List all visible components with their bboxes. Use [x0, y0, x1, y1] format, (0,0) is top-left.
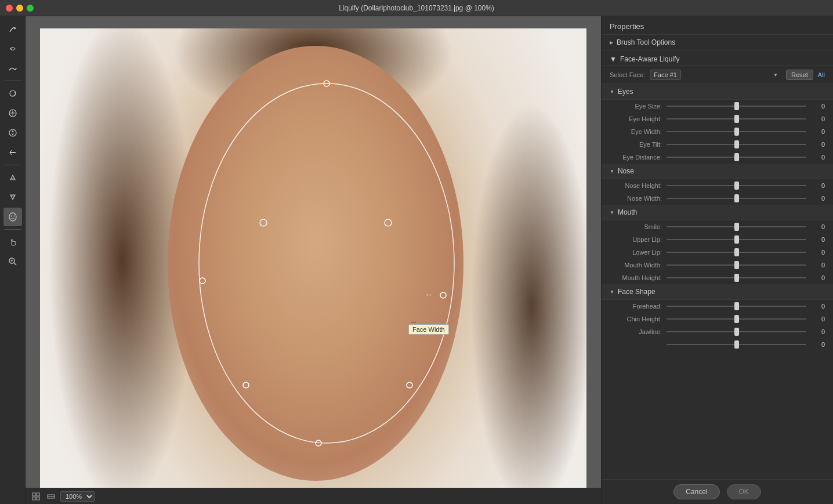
face-shape-title: Face Shape: [618, 288, 655, 296]
canvas-grid-btn[interactable]: [45, 491, 57, 502]
mouth-height-slider[interactable]: [667, 273, 806, 282]
nose-height-thumb[interactable]: [734, 182, 739, 190]
face-width-value: 0: [811, 341, 825, 348]
zoom-select[interactable]: 100%: [60, 491, 95, 502]
nose-triangle: ▼: [610, 169, 614, 174]
eye-size-thumb[interactable]: [734, 102, 739, 110]
push-left-tool[interactable]: [3, 143, 22, 162]
eyes-section-header[interactable]: ▼ Eyes: [602, 84, 833, 100]
brush-tool-label: Brush Tool Options: [617, 38, 675, 46]
eye-height-row: Eye Height: 0: [602, 113, 833, 125]
eye-tilt-slider[interactable]: [667, 140, 806, 149]
chin-height-row: Chin Height: 0: [602, 313, 833, 325]
face-select-dropdown[interactable]: Face #1: [650, 70, 681, 80]
nose-width-value: 0: [811, 195, 825, 202]
eye-size-slider[interactable]: [667, 101, 806, 111]
eye-width-value: 0: [811, 128, 825, 135]
face-width-slider[interactable]: [667, 340, 806, 349]
canvas-image: ↔ ↔ Face Width: [40, 28, 586, 492]
mouth-width-label: Mouth Width:: [610, 262, 662, 269]
nose-width-slider[interactable]: [667, 194, 806, 203]
eye-size-value: 0: [811, 103, 825, 110]
jawline-row: Jawline: 0: [602, 325, 833, 338]
upper-lip-slider[interactable]: [667, 235, 806, 244]
chin-height-thumb[interactable]: [734, 315, 739, 323]
reset-button[interactable]: Reset: [786, 70, 813, 80]
smile-track: [667, 226, 806, 227]
panel-footer: Cancel OK: [602, 479, 833, 504]
nose-height-value: 0: [811, 182, 825, 189]
eye-height-slider[interactable]: [667, 114, 806, 124]
chin-height-slider[interactable]: [667, 314, 806, 324]
eye-width-row: Eye Width: 0: [602, 125, 833, 138]
eye-height-label: Eye Height:: [610, 115, 662, 122]
bloat-tool[interactable]: [3, 124, 22, 142]
hand-tool[interactable]: [3, 233, 22, 251]
zoom-tool[interactable]: [3, 252, 22, 271]
twirl-clockwise-tool[interactable]: [3, 84, 22, 103]
upper-lip-label: Upper Lip:: [610, 236, 662, 243]
reconstruct-tool[interactable]: [3, 39, 22, 58]
nose-title: Nose: [618, 167, 634, 175]
face-width-thumb[interactable]: [734, 340, 739, 349]
title-bar-controls: [6, 5, 34, 12]
window-title: Liquify (Dollarlphotoclub_101073231.jpg …: [339, 4, 494, 12]
jawline-value: 0: [811, 328, 825, 335]
nose-height-slider[interactable]: [667, 181, 806, 190]
forehead-track: [667, 306, 806, 307]
mouth-width-track: [667, 264, 806, 266]
eye-height-thumb[interactable]: [734, 115, 739, 123]
thaw-mask-tool[interactable]: [3, 188, 22, 206]
freeze-mask-tool[interactable]: [3, 168, 22, 187]
lower-lip-slider[interactable]: [667, 248, 806, 257]
mouth-width-slider[interactable]: [667, 260, 806, 270]
eye-distance-thumb[interactable]: [734, 153, 739, 161]
eye-tilt-row: Eye Tilt: 0: [602, 138, 833, 151]
maximize-button[interactable]: [27, 5, 34, 12]
canvas-options-btn[interactable]: [30, 491, 42, 502]
eye-width-thumb[interactable]: [734, 128, 739, 136]
brush-tool-options-row[interactable]: ▶ Brush Tool Options: [602, 35, 833, 50]
nose-section-header[interactable]: ▼ Nose: [602, 164, 833, 179]
select-face-row: Select Face: Face #1 ▼ Reset All: [602, 66, 833, 84]
lower-lip-label: Lower Lip:: [610, 249, 662, 256]
face-tool[interactable]: [3, 208, 22, 226]
mouth-section-header[interactable]: ▼ Mouth: [602, 205, 833, 220]
cancel-button[interactable]: Cancel: [673, 484, 719, 499]
eyes-title: Eyes: [618, 88, 633, 96]
ok-button[interactable]: OK: [727, 484, 761, 499]
minimize-button[interactable]: [16, 5, 23, 12]
svg-rect-27: [37, 493, 39, 496]
face-aware-triangle: ▼: [610, 55, 617, 63]
all-button[interactable]: All: [818, 71, 825, 78]
left-toolbar: [0, 16, 26, 504]
lower-lip-thumb[interactable]: [734, 248, 739, 256]
forward-warp-tool[interactable]: [3, 20, 22, 38]
smile-thumb[interactable]: [734, 223, 739, 231]
face-shape-section-header[interactable]: ▼ Face Shape: [602, 284, 833, 300]
canvas-container: ↔ ↔ Face Width: [26, 16, 601, 504]
jawline-thumb[interactable]: [734, 328, 739, 336]
close-button[interactable]: [6, 5, 13, 12]
eye-distance-slider[interactable]: [667, 153, 806, 162]
upper-lip-track: [667, 239, 806, 240]
upper-lip-thumb[interactable]: [734, 235, 739, 244]
eye-size-row: Eye Size: 0: [602, 100, 833, 113]
face-aware-row[interactable]: ▼ Face-Aware Liquify: [602, 50, 833, 66]
pucker-tool[interactable]: [3, 104, 22, 122]
eye-width-slider[interactable]: [667, 127, 806, 136]
mouth-height-thumb[interactable]: [734, 274, 739, 282]
mouth-triangle: ▼: [610, 210, 614, 215]
eye-tilt-track: [667, 144, 806, 145]
nose-width-thumb[interactable]: [734, 194, 739, 202]
smile-slider[interactable]: [667, 222, 806, 231]
mouth-height-track: [667, 277, 806, 278]
canvas-area[interactable]: ↔ ↔ Face Width: [26, 16, 601, 504]
mouth-width-thumb[interactable]: [734, 261, 739, 269]
jawline-slider[interactable]: [667, 327, 806, 336]
forehead-value: 0: [811, 303, 825, 310]
smooth-tool[interactable]: [3, 59, 22, 78]
eye-tilt-thumb[interactable]: [734, 140, 739, 148]
forehead-thumb[interactable]: [734, 302, 739, 310]
forehead-slider[interactable]: [667, 302, 806, 311]
